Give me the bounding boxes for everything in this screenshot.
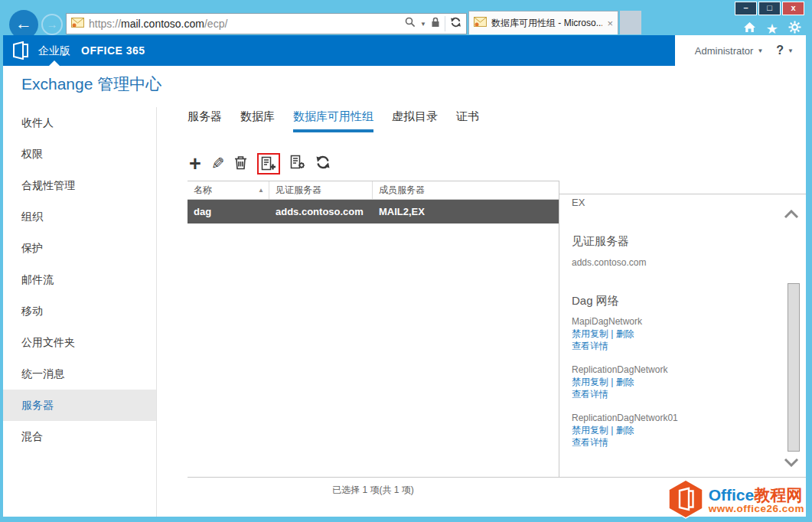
tab-favicon-icon — [474, 16, 487, 30]
sidebar-item-hybrid[interactable]: 混合 — [3, 421, 156, 452]
network-name: MapiDagNetwork — [572, 315, 778, 328]
watermark-url: www.office26.com — [709, 504, 804, 514]
close-button[interactable]: x — [782, 2, 804, 15]
sidebar-item-unifiedmessaging[interactable]: 统一消息 — [3, 358, 156, 390]
lock-icon — [431, 17, 440, 31]
sidebar-item-publicfolders[interactable]: 公用文件夹 — [3, 327, 156, 358]
url-path: /ecp/ — [204, 18, 227, 30]
url-text: https://mail.contoso.com/ecp/ — [89, 18, 400, 30]
help-menu[interactable]: ? — [776, 44, 784, 57]
cell-witness-server: adds.contoso.com — [269, 206, 373, 217]
view-details-link[interactable]: 查看详情 — [572, 341, 608, 351]
server-gear-icon — [290, 155, 305, 173]
add-button[interactable]: + — [189, 155, 201, 172]
forward-button[interactable]: → — [41, 14, 63, 35]
refresh-page-icon[interactable] — [450, 17, 461, 31]
column-header-member-servers[interactable]: 成员服务器 — [373, 181, 559, 199]
refresh-button[interactable] — [315, 155, 331, 172]
sidebar-item-mailflow[interactable]: 邮件流 — [3, 264, 156, 295]
url-scheme: https:// — [89, 18, 121, 30]
search-dropdown-icon[interactable]: ▼ — [420, 21, 426, 28]
column-label: 成员服务器 — [379, 184, 425, 197]
table-row-dag[interactable]: dag adds.contoso.com MAIL2,EX — [188, 200, 559, 223]
delete-button[interactable] — [234, 155, 247, 173]
tab-virtual-directories[interactable]: 虚拟目录 — [392, 109, 438, 132]
link-separator: | — [611, 377, 613, 387]
cell-member-servers: MAIL2,EX — [373, 206, 425, 217]
help-dropdown-icon[interactable]: ▼ — [788, 47, 794, 54]
refresh-icon — [315, 155, 331, 172]
column-header-witness-server[interactable]: 见证服务器 — [269, 181, 373, 199]
sidebar-item-permissions[interactable]: 权限 — [3, 139, 156, 170]
scroll-up-icon[interactable] — [784, 208, 799, 222]
column-header-name[interactable]: 名称 ▲ — [188, 181, 269, 199]
manage-dag-membership-button[interactable] — [290, 155, 305, 173]
watermark-title: Office教程网 — [709, 487, 804, 504]
browser-window: – □ x ← → https://mail.contoso.com/ecp/ … — [0, 0, 812, 522]
office365-topbar: 企业版 OFFICE 365 Administrator ▼ ? ▼ — [3, 35, 806, 66]
user-menu[interactable]: Administrator — [695, 45, 754, 57]
link-separator: | — [611, 328, 613, 339]
selection-status: 已选择 1 项(共 1 项) — [188, 484, 559, 497]
remove-link[interactable]: 删除 — [616, 425, 634, 436]
remove-link[interactable]: 删除 — [616, 328, 634, 339]
details-scrollbar-thumb[interactable] — [788, 283, 800, 452]
address-bar[interactable]: https://mail.contoso.com/ecp/ ▼ — [66, 13, 467, 34]
settings-gear-icon[interactable] — [788, 21, 801, 37]
cell-name: dag — [188, 206, 269, 217]
watermark-text: Office教程网 www.office26.com — [709, 487, 804, 514]
back-arrow-icon: ← — [15, 14, 32, 33]
disable-replication-link[interactable]: 禁用复制 — [572, 377, 608, 387]
network-item: ReplicationDagNetwork 禁用复制 | 删除 查看详情 — [572, 364, 778, 400]
add-dag-member-button[interactable] — [257, 153, 280, 175]
view-details-link[interactable]: 查看详情 — [572, 389, 608, 400]
sidebar-item-recipients[interactable]: 收件人 — [3, 107, 156, 139]
tab-databases[interactable]: 数据库 — [240, 109, 275, 132]
edit-button[interactable]: ✎ — [211, 155, 225, 172]
home-icon[interactable] — [743, 21, 756, 36]
sidebar: 收件人 权限 合规性管理 组织 保护 邮件流 移动 公用文件夹 统一消息 服务器… — [3, 107, 157, 517]
scroll-down-icon[interactable] — [784, 456, 799, 470]
new-tab-button[interactable] — [620, 11, 641, 34]
column-label: 名称 — [194, 184, 212, 197]
sort-ascending-icon: ▲ — [258, 187, 264, 194]
witness-server-value: adds.contoso.com — [572, 257, 646, 268]
tab-close-icon[interactable]: × — [607, 18, 613, 29]
disable-replication-link[interactable]: 禁用复制 — [572, 328, 608, 339]
favorites-star-icon[interactable]: ★ — [766, 22, 778, 36]
topbar-right: Administrator ▼ ? ▼ — [675, 35, 806, 66]
search-icon[interactable] — [405, 17, 416, 31]
current-section-pointer — [49, 60, 60, 66]
forward-arrow-icon: → — [47, 18, 58, 31]
user-dropdown-icon[interactable]: ▼ — [757, 47, 763, 54]
divider — [559, 194, 806, 194]
view-details-link[interactable]: 查看详情 — [572, 437, 608, 448]
content-tabs: 服务器 数据库 数据库可用性组 虚拟目录 证书 — [188, 109, 479, 132]
browser-tab[interactable]: 数据库可用性组 - Microso... × — [468, 11, 618, 34]
edition-menu[interactable]: 企业版 — [38, 44, 70, 58]
maximize-button[interactable]: □ — [758, 2, 781, 15]
office-logo-icon[interactable] — [12, 41, 29, 63]
disable-replication-link[interactable]: 禁用复制 — [572, 425, 608, 436]
dag-network-list: MapiDagNetwork 禁用复制 | 删除 查看详情 Replicatio… — [572, 315, 778, 460]
table-header: 名称 ▲ 见证服务器 成员服务器 — [188, 181, 559, 200]
remove-link[interactable]: 删除 — [616, 377, 634, 387]
browser-action-icons: ★ — [743, 21, 801, 37]
sidebar-item-compliance[interactable]: 合规性管理 — [3, 170, 156, 201]
sidebar-item-mobile[interactable]: 移动 — [3, 295, 156, 327]
sidebar-item-protection[interactable]: 保护 — [3, 233, 156, 264]
page-title: Exchange 管理中心 — [21, 73, 161, 95]
details-pane: EX 见证服务器 adds.contoso.com Dag 网络 MapiDag… — [559, 181, 806, 478]
sidebar-item-servers[interactable]: 服务器 — [3, 390, 156, 421]
sidebar-item-organization[interactable]: 组织 — [3, 201, 156, 233]
watermark-title-orange: 教程网 — [754, 486, 802, 504]
dag-list: 名称 ▲ 见证服务器 成员服务器 dag adds.contoso.com MA… — [188, 181, 559, 478]
window-controls: – □ x — [735, 2, 804, 15]
tab-certificates[interactable]: 证书 — [456, 109, 479, 132]
tab-database-availability-groups[interactable]: 数据库可用性组 — [293, 109, 373, 132]
site-favicon-icon — [71, 17, 84, 31]
network-name: ReplicationDagNetwork — [572, 364, 778, 376]
minimize-button[interactable]: – — [735, 2, 757, 15]
witness-server-heading: 见证服务器 — [572, 234, 629, 249]
tab-servers[interactable]: 服务器 — [188, 109, 222, 132]
